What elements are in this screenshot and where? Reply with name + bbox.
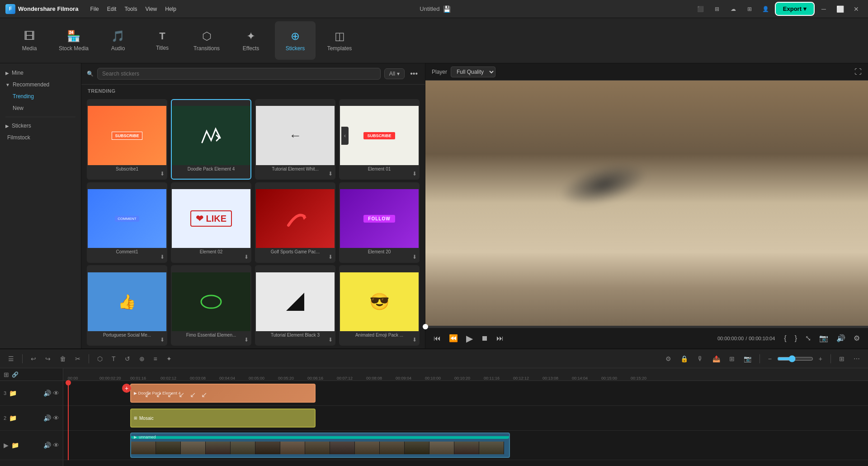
sidebar-item-filmstock[interactable]: Filmstock [0,132,81,143]
track2-audio-icon[interactable]: 🔊 [43,414,51,422]
window-maximize-button[interactable]: ⬜ [834,3,846,15]
sticker-clip[interactable]: ▶ Doodle Pack Element 4 ↙ ↙ ↙ ↙ ↙ ↙ [130,384,316,403]
player-timeline-bar[interactable] [425,326,868,328]
quality-select[interactable]: Full Quality [451,67,495,77]
effects-timeline-button[interactable]: ✦ [164,353,175,364]
track3-eye-icon[interactable]: 👁 [53,390,59,397]
tab-templates[interactable]: ◫ Templates [319,21,360,60]
play-button[interactable]: ▶ [463,331,476,346]
track2-eye-icon[interactable]: 👁 [53,414,59,422]
stickers-section-header[interactable]: ▶ Stickers [0,120,81,132]
download-icon-11[interactable]: ⬇ [412,337,417,343]
sticker-card-subscribe1[interactable]: SUBSCRIBE Subscribe1 ⬇ [87,99,167,180]
window-minimize-button[interactable]: ─ [817,3,830,15]
record-button[interactable]: 🎙 [694,353,706,364]
download-icon-0[interactable]: ⬇ [160,171,165,177]
settings-icon[interactable]: ⚙ [851,332,863,344]
rotate-button[interactable]: ↺ [122,353,133,364]
sidebar-item-trending[interactable]: Trending [0,90,81,102]
cloud-icon[interactable]: ☁ [727,3,740,15]
sticker-card-element01[interactable]: SUBSCRIBE Element 01 ⬇ [339,99,420,180]
track3-audio-icon[interactable]: 🔊 [43,390,51,397]
track1-play-icon[interactable]: ▶ [4,442,9,449]
menu-view[interactable]: View [145,6,157,12]
layout-icon[interactable]: ⊞ [711,3,723,15]
save-icon[interactable]: 💾 [443,5,451,13]
stop-button[interactable]: ⏹ [478,333,491,344]
download-icon-4[interactable]: ⬇ [160,254,165,260]
out-point-icon[interactable]: } [792,333,800,344]
recommended-section-header[interactable]: ▼ Recommended [0,79,81,90]
crop-timeline-button[interactable]: ⬡ [94,353,105,364]
download-icon-2[interactable]: ⬇ [328,171,333,177]
sticker-card-golf[interactable]: Golf Sports Game Pac... ⬇ [255,182,335,263]
layers-button[interactable]: ⊞ [726,353,737,364]
prev-frame-button[interactable]: ⏮ [431,333,443,344]
sticker-card-element02[interactable]: ❤ LIKE Element 02 ⬇ [171,182,251,263]
download-icon-7[interactable]: ⬇ [412,254,417,260]
tab-stickers[interactable]: ⊕ Stickers [275,21,316,60]
speed-button[interactable]: ⊕ [137,353,147,364]
tab-effects[interactable]: ✦ Effects [231,21,271,60]
sticker-card-doodle[interactable]: Doodle Pack Element 4 [171,99,251,180]
screenshot-timeline-button[interactable]: 📷 [741,353,754,364]
timeline-menu-button[interactable]: ☰ [5,353,17,364]
fullscreen-icon[interactable]: ⛶ [854,68,862,76]
sticker-card-portuguese[interactable]: 👍 Portuguese Social Me... ⬇ [87,265,167,346]
track1-folder-icon[interactable]: 📁 [11,442,19,449]
sidebar-item-new[interactable]: New [0,102,81,114]
tab-media[interactable]: 🎞 Media [9,21,50,60]
cut-button[interactable]: ✂ [72,353,83,364]
more-options-button[interactable]: ••• [408,68,420,80]
settings-timeline-button[interactable]: ⚙ [663,353,674,364]
undo-button[interactable]: ↩ [28,353,39,364]
export-timeline-button[interactable]: 📤 [710,353,723,364]
text-button[interactable]: T [109,353,118,364]
sticker-card-comment1[interactable]: COMMENT Comment1 ⬇ [87,182,167,263]
sticker-card-element20[interactable]: FOLLOW Element 20 ⬇ [339,182,420,263]
add-sticker-track-button[interactable]: + [122,384,131,393]
lock-button[interactable]: 🔒 [678,353,691,364]
more-timeline-button[interactable]: ⋯ [851,353,863,364]
download-icon-10[interactable]: ⬇ [328,337,333,343]
menu-tools[interactable]: Tools [124,6,137,12]
minimize-screen-icon[interactable]: ⬛ [694,3,707,15]
download-icon-9[interactable]: ⬇ [244,337,249,343]
search-input[interactable] [97,68,381,80]
video-clip[interactable]: ▶ unnamed [130,433,510,458]
delete-button[interactable]: 🗑 [57,353,69,364]
track3-folder-icon[interactable]: 📁 [9,390,17,397]
filter-button[interactable]: All ▾ [384,68,405,79]
grid-icon[interactable]: ⊞ [743,3,756,15]
snapshot-icon[interactable]: 📷 [816,332,831,344]
sticker-card-fimo[interactable]: Fimo Essential Elemen... ⬇ [171,265,251,346]
window-close-button[interactable]: ✕ [850,3,863,15]
next-frame-button[interactable]: ⏭ [494,333,506,344]
download-icon-6[interactable]: ⬇ [328,254,333,260]
link-icon[interactable]: 🔗 [12,371,19,378]
zoom-slider[interactable] [777,355,813,362]
crop-icon[interactable]: ⤡ [802,332,814,344]
tab-transitions[interactable]: ⬡ Transitions [186,21,227,60]
volume-icon[interactable]: 🔊 [834,332,848,344]
track2-folder-icon[interactable]: 📁 [9,414,17,422]
track1-audio-icon[interactable]: 🔊 [43,442,51,449]
mosaic-clip[interactable]: ⊞ Mosaic [130,409,316,428]
zoom-in-button[interactable]: + [816,353,825,364]
zoom-out-button[interactable]: − [765,353,774,364]
timeline-tracks-content[interactable]: 00:00 00:00:02:20 00:01:16 00:02:12 00:0… [63,368,868,466]
adjust-button[interactable]: ≡ [151,353,160,364]
download-icon-5[interactable]: ⬇ [244,254,249,260]
menu-file[interactable]: File [90,6,99,12]
add-track-icon[interactable]: ⊞ [4,371,9,378]
tab-audio[interactable]: 🎵 Audio [98,21,138,60]
grid-view-button[interactable]: ⊞ [836,353,847,364]
menu-help[interactable]: Help [165,6,176,12]
in-point-icon[interactable]: { [781,333,789,344]
redo-button[interactable]: ↪ [42,353,53,364]
export-button[interactable]: Export ▾ [776,3,814,15]
profile-icon[interactable]: 👤 [760,3,772,15]
playhead[interactable] [68,381,69,460]
menu-edit[interactable]: Edit [107,6,117,12]
tab-titles[interactable]: T Titles [142,21,183,60]
